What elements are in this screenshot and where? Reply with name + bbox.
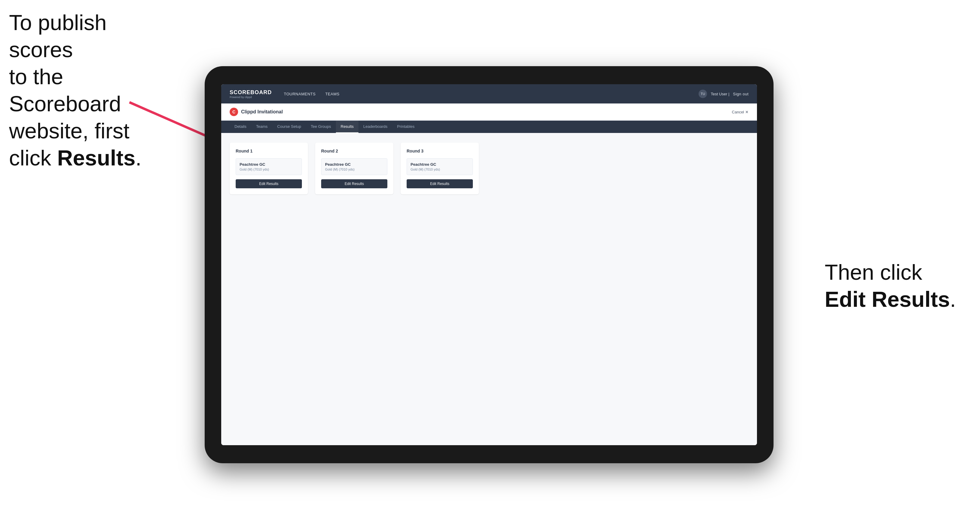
- main-content: Round 1 Peachtree GC Gold (M) (7010 yds)…: [221, 133, 757, 445]
- tab-teams[interactable]: Teams: [251, 121, 272, 133]
- round-3-card: Round 3 Peachtree GC Gold (M) (7010 yds)…: [401, 143, 479, 194]
- nav-signout[interactable]: Sign out: [733, 92, 749, 96]
- nav-user-text: Test User |: [711, 92, 729, 96]
- tab-printables[interactable]: Printables: [392, 121, 419, 133]
- sub-nav: Details Teams Course Setup Tee Groups Re…: [221, 121, 757, 133]
- round-1-title: Round 1: [235, 149, 302, 153]
- logo-scoreboard: SCOREBOARD: [230, 89, 272, 96]
- tab-results[interactable]: Results: [336, 121, 358, 133]
- cancel-button[interactable]: Cancel ✕: [732, 110, 749, 114]
- tournament-title-area: C Clippd Invitational: [230, 108, 283, 116]
- tablet-screen: SCOREBOARD Powered by clippd TOURNAMENTS…: [221, 84, 757, 445]
- tournament-name: Clippd Invitational: [241, 109, 283, 114]
- edit-results-button-3[interactable]: Edit Results: [407, 179, 473, 188]
- top-nav: SCOREBOARD Powered by clippd TOURNAMENTS…: [221, 84, 757, 103]
- tournament-icon: C: [230, 108, 238, 116]
- round-1-course-detail: Gold (M) (7010 yds): [240, 168, 298, 171]
- nav-right: TU Test User | Sign out: [698, 90, 749, 98]
- round-2-course-detail: Gold (M) (7010 yds): [325, 168, 383, 171]
- edit-results-button-2[interactable]: Edit Results: [321, 179, 387, 188]
- round-3-course: Peachtree GC Gold (M) (7010 yds): [407, 158, 473, 175]
- round-2-course-name: Peachtree GC: [325, 162, 383, 167]
- nav-links: TOURNAMENTS TEAMS: [284, 92, 698, 96]
- tournament-header: C Clippd Invitational Cancel ✕: [221, 103, 757, 121]
- round-2-course: Peachtree GC Gold (M) (7010 yds): [321, 158, 387, 175]
- instruction-left: To publish scores to the Scoreboard webs…: [9, 9, 175, 171]
- round-1-course-name: Peachtree GC: [240, 162, 298, 167]
- instruction-right: Then click Edit Results.: [825, 259, 956, 313]
- tab-course-setup[interactable]: Course Setup: [272, 121, 306, 133]
- round-3-course-name: Peachtree GC: [410, 162, 469, 167]
- tab-details[interactable]: Details: [230, 121, 251, 133]
- nav-teams[interactable]: TEAMS: [325, 92, 339, 96]
- round-2-card: Round 2 Peachtree GC Gold (M) (7010 yds)…: [315, 143, 393, 194]
- rounds-grid: Round 1 Peachtree GC Gold (M) (7010 yds)…: [230, 143, 749, 194]
- logo-area: SCOREBOARD Powered by clippd: [230, 89, 272, 98]
- user-avatar: TU: [698, 90, 707, 98]
- logo-sub: Powered by clippd: [230, 96, 272, 98]
- round-1-course: Peachtree GC Gold (M) (7010 yds): [235, 158, 302, 175]
- round-2-title: Round 2: [321, 149, 387, 153]
- tab-tee-groups[interactable]: Tee Groups: [306, 121, 336, 133]
- tab-leaderboards[interactable]: Leaderboards: [358, 121, 392, 133]
- tablet-bezel: SCOREBOARD Powered by clippd TOURNAMENTS…: [205, 66, 773, 463]
- round-1-card: Round 1 Peachtree GC Gold (M) (7010 yds)…: [230, 143, 308, 194]
- round-3-course-detail: Gold (M) (7010 yds): [410, 168, 469, 171]
- nav-tournaments[interactable]: TOURNAMENTS: [284, 92, 316, 96]
- edit-results-button-1[interactable]: Edit Results: [235, 179, 302, 188]
- round-3-title: Round 3: [407, 149, 473, 153]
